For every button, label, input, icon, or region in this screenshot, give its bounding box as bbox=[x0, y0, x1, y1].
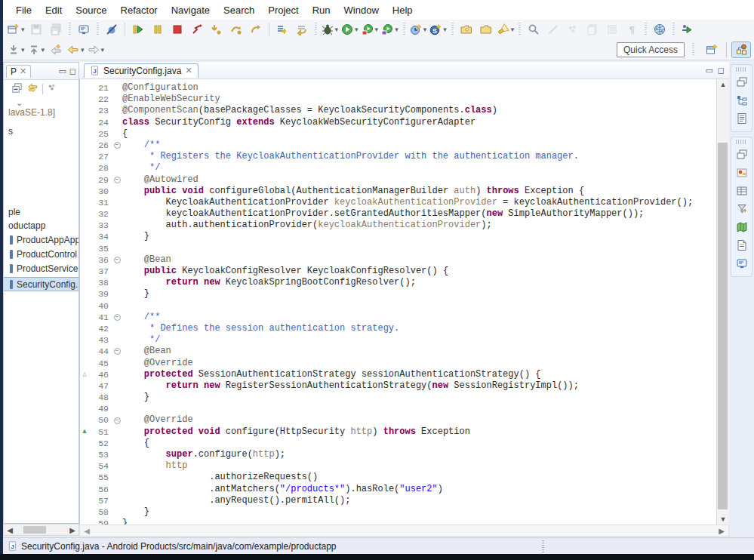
package-explorer-tab[interactable]: P ✕ bbox=[6, 65, 31, 78]
dropdown-arrow-icon[interactable]: ▾ bbox=[21, 26, 25, 33]
code-line-29[interactable]: 29− @Autowired bbox=[80, 174, 717, 186]
search-button[interactable]: ▾ bbox=[496, 21, 516, 38]
java-perspective-button[interactable] bbox=[731, 42, 751, 58]
fold-minus-icon[interactable]: − bbox=[114, 142, 121, 149]
debug-button[interactable]: ▾ bbox=[320, 21, 340, 38]
tree-item-lavase-1-8-[interactable]: lavaSE-1.8] bbox=[4, 106, 79, 118]
code-line-50[interactable]: 50− @Override bbox=[80, 414, 717, 426]
menu-refactor[interactable]: Refactor bbox=[114, 2, 165, 18]
menu-help[interactable]: Help bbox=[386, 2, 420, 18]
code-line-35[interactable]: 35 bbox=[80, 243, 717, 254]
use-step-filters-button[interactable] bbox=[272, 21, 292, 38]
tree-item-productservice-[interactable]: ProductService. bbox=[4, 262, 78, 275]
menu-file[interactable]: File bbox=[9, 2, 38, 18]
tree-item-productappapp[interactable]: ProductAppApp bbox=[4, 233, 78, 246]
scroll-right-icon[interactable]: ▶ bbox=[716, 527, 727, 535]
code-line-58[interactable]: 58 } bbox=[80, 506, 717, 518]
dropdown-arrow-icon[interactable]: ▾ bbox=[101, 46, 105, 54]
code-line-37[interactable]: 37 public KeycloakConfigResolver Keycloa… bbox=[80, 266, 717, 277]
menu-edit[interactable]: Edit bbox=[38, 2, 69, 18]
code-line-56[interactable]: 56 .antMatchers("/products*").hasRole("u… bbox=[80, 484, 717, 495]
open-web-browser-button[interactable] bbox=[650, 21, 669, 38]
code-line-34[interactable]: 34 } bbox=[80, 231, 717, 242]
dropdown-arrow-icon[interactable]: ▾ bbox=[81, 46, 85, 54]
tree-item-ple[interactable]: ple bbox=[4, 205, 79, 218]
dropdown-arrow-icon[interactable]: ▾ bbox=[335, 26, 339, 33]
code-area[interactable]: 21@Configuration22@EnableWebSecurity23@C… bbox=[80, 79, 717, 525]
code-line-31[interactable]: 31 KeycloakAuthenticationProvider keyclo… bbox=[80, 197, 717, 208]
scroll-up-icon[interactable]: ▲ bbox=[717, 79, 729, 90]
fold-collapse-icon[interactable]: − bbox=[112, 174, 122, 186]
fold-collapse-icon[interactable]: − bbox=[112, 346, 122, 357]
file-view-icon[interactable] bbox=[733, 237, 751, 254]
code-line-47[interactable]: 47 return new RegisterSessionAuthenticat… bbox=[80, 380, 717, 392]
code-line-43[interactable]: 43 */ bbox=[80, 334, 717, 346]
step-over-button[interactable] bbox=[226, 21, 246, 38]
scroll-right-icon[interactable]: ▶ bbox=[66, 526, 78, 534]
profile-button[interactable]: ▾ bbox=[380, 21, 400, 38]
previous-annotation-nav-button[interactable]: ▾ bbox=[26, 42, 47, 58]
maximize-editor-button[interactable]: ◻ bbox=[718, 66, 725, 75]
code-line-44[interactable]: 44− @Bean bbox=[80, 346, 717, 357]
code-line-39[interactable]: 39 } bbox=[80, 288, 717, 300]
fold-collapse-icon[interactable]: − bbox=[112, 140, 122, 151]
fold-minus-icon[interactable]: − bbox=[114, 314, 121, 321]
dropdown-arrow-icon[interactable]: ▾ bbox=[375, 26, 379, 33]
code-line-22[interactable]: 22@EnableWebSecurity bbox=[80, 94, 717, 105]
drop-to-frame-button[interactable] bbox=[292, 21, 312, 38]
dropdown-arrow-icon[interactable]: ▾ bbox=[443, 26, 447, 33]
tree-item-productcontrol[interactable]: ProductControl bbox=[4, 248, 78, 260]
suspend-button[interactable] bbox=[148, 21, 168, 38]
code-line-38[interactable]: 38 return new KeycloakSpringBootConfigRe… bbox=[80, 277, 717, 288]
next-annotation-nav-button[interactable]: ▾ bbox=[6, 42, 26, 58]
code-line-21[interactable]: 21@Configuration bbox=[80, 82, 717, 94]
properties-view-icon[interactable] bbox=[733, 183, 751, 199]
view-bar-drag-handle[interactable] bbox=[736, 67, 747, 72]
menu-project[interactable]: Project bbox=[261, 2, 305, 18]
new-wizard-button[interactable]: ▾ bbox=[6, 21, 26, 38]
open-search-dialog-button[interactable] bbox=[524, 21, 543, 38]
code-line-36[interactable]: 36− @Bean bbox=[80, 254, 717, 266]
new-java-project-button[interactable]: ▾ bbox=[408, 21, 429, 38]
restore-views-button-2[interactable] bbox=[733, 146, 751, 163]
last-edit-location-button[interactable] bbox=[46, 42, 66, 58]
menu-window[interactable]: Window bbox=[337, 2, 386, 18]
image-view-icon[interactable] bbox=[733, 165, 751, 181]
code-line-23[interactable]: 23@ComponentScan(basePackageClasses = Ke… bbox=[80, 105, 717, 116]
back-button[interactable]: ▾ bbox=[66, 42, 86, 58]
fold-minus-icon[interactable]: − bbox=[114, 348, 121, 355]
editor-vscrollbar[interactable]: ▲ ▼ bbox=[716, 79, 729, 525]
code-line-26[interactable]: 26− /** bbox=[80, 140, 717, 151]
menu-search[interactable]: Search bbox=[217, 2, 261, 18]
fold-minus-icon[interactable]: − bbox=[114, 257, 121, 263]
tasklist-view-icon[interactable] bbox=[733, 110, 751, 127]
maximize-panel-button[interactable]: ◻ bbox=[69, 66, 76, 76]
code-line-48[interactable]: 48 } bbox=[80, 392, 717, 403]
scroll-left-icon[interactable]: ◀ bbox=[4, 526, 16, 534]
restore-views-button[interactable] bbox=[733, 74, 751, 91]
dropdown-arrow-icon[interactable]: ▾ bbox=[511, 26, 515, 33]
code-line-57[interactable]: 57 .anyRequest().permitAll(); bbox=[80, 495, 717, 506]
vscroll-thumb[interactable] bbox=[718, 143, 728, 509]
dropdown-arrow-icon[interactable]: ▾ bbox=[21, 46, 25, 54]
code-line-45[interactable]: 45 @Override bbox=[80, 358, 717, 369]
dropdown-arrow-icon[interactable]: ▾ bbox=[42, 46, 45, 54]
code-line-55[interactable]: 55 .authorizeRequests() bbox=[80, 472, 717, 483]
step-return-button[interactable] bbox=[246, 21, 266, 38]
outline-view-icon[interactable] bbox=[733, 92, 751, 109]
code-line-49[interactable]: 49 bbox=[80, 403, 717, 414]
editor-tab-securityconfig[interactable]: J SecurityConfig.java ✕ bbox=[84, 63, 199, 78]
code-line-41[interactable]: 41− /** bbox=[80, 312, 717, 323]
code-line-51[interactable]: ▲51 protected void configure(HttpSecurit… bbox=[80, 426, 717, 438]
code-line-24[interactable]: 24class SecurityConfig extends KeycloakW… bbox=[80, 117, 717, 128]
code-line-28[interactable]: 28 */ bbox=[80, 162, 717, 174]
code-line-53[interactable]: 53 super.configure(http); bbox=[80, 449, 717, 460]
menu-source[interactable]: Source bbox=[69, 2, 113, 18]
disconnect-button[interactable] bbox=[187, 21, 207, 38]
minimize-editor-button[interactable]: ▭ bbox=[705, 66, 712, 75]
tree-item-securityconfig-[interactable]: SecurityConfig. bbox=[4, 277, 78, 291]
close-icon[interactable]: ✕ bbox=[185, 66, 192, 75]
code-line-42[interactable]: 42 * Defines the session authentication … bbox=[80, 323, 717, 334]
scroll-left-icon[interactable]: ◀ bbox=[82, 527, 92, 535]
new-java-class-button[interactable]: S▾ bbox=[428, 21, 448, 38]
